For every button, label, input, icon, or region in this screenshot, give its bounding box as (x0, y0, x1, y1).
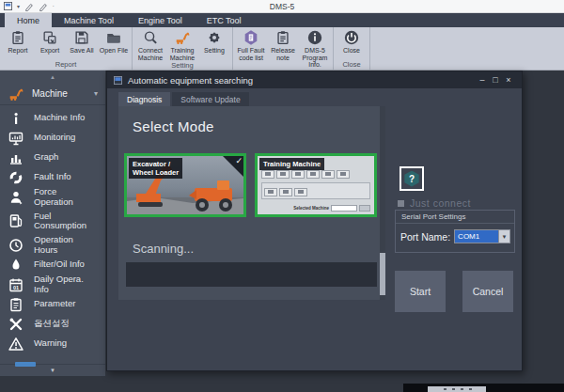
dialog-maximize-button[interactable]: □ (489, 71, 502, 88)
calendar-icon: 01 (8, 277, 24, 292)
mode-card-label: Excavator / Wheel Loader (129, 158, 182, 179)
magnifier-icon (142, 29, 159, 46)
mode-card-training-machine[interactable]: Selected Machine Training Machine (255, 153, 377, 217)
monitor-icon (8, 131, 24, 146)
sidebar-header-machine[interactable]: Machine ▾ (0, 83, 105, 105)
sidebar-item-force-operation[interactable]: Force Operation (0, 187, 105, 207)
full-fault-code-list-button[interactable]: Full Fault code list (235, 28, 267, 61)
scrollbar-thumb[interactable] (380, 253, 385, 295)
sidebar-item-fuel-consumption[interactable]: Fuel Consumption (0, 207, 105, 235)
scroll-up-icon: ▲ (50, 74, 55, 80)
info-circle-icon (306, 29, 323, 46)
panel-scrollbar[interactable] (380, 106, 385, 300)
training-machine-button[interactable]: Training Machine (166, 28, 198, 61)
svg-text:01: 01 (13, 284, 19, 290)
sidebar-header-label: Machine (32, 88, 94, 99)
ribbon-group-close: Close Close (334, 27, 370, 70)
mode-card-label: Training Machine (259, 158, 324, 170)
dialog-tabs: Diagnosis Software Update (118, 92, 249, 107)
warning-triangle-icon (8, 337, 24, 352)
partial-item-icon (15, 362, 36, 367)
person-icon (8, 190, 24, 205)
port-name-value: COM1 (455, 230, 498, 243)
note-clipboard-icon (274, 29, 291, 46)
excavator-icon (174, 29, 191, 46)
window-titlebar: ▾ ⋅ DMS-5 (0, 0, 564, 13)
dialog-title: Automatic equipment searching (128, 75, 476, 86)
ribbon-tab-etc-tool[interactable]: ETC Tool (195, 13, 254, 27)
sidebar-partial-item (0, 353, 105, 361)
release-note-button[interactable]: Release note (267, 28, 299, 61)
cancel-button[interactable]: Cancel (462, 271, 513, 312)
setting-button[interactable]: Setting (198, 28, 230, 55)
dialog-close-button[interactable]: × (502, 71, 515, 88)
sidebar-item-fault-info[interactable]: Fault Info (0, 167, 105, 187)
connect-machine-button[interactable]: Connect Machine (134, 28, 166, 61)
fault-code-hexagon-icon (243, 29, 259, 46)
port-name-label: Port Name: (400, 231, 450, 243)
help-button[interactable]: ? (400, 166, 424, 191)
sidebar-item-operation-hours[interactable]: Operation Hours (0, 235, 105, 255)
check-icon: ✓ (235, 156, 243, 165)
close-button[interactable]: Close (336, 28, 368, 55)
ribbon: Report Export Save All Open File Report … (0, 27, 564, 71)
background-window-handle (428, 386, 486, 392)
just-connect-option[interactable]: Just connect (398, 197, 471, 209)
select-mode-heading: Select Mode (133, 118, 214, 134)
ribbon-group-report: Report Export Save All Open File Report (0, 27, 133, 70)
start-button[interactable]: Start (395, 271, 446, 312)
mock-input (331, 205, 357, 212)
scroll-down-icon: ▼ (50, 368, 55, 373)
sidebar-scroll-up[interactable]: ▲ (0, 71, 105, 83)
mode-cards: Excavator / Wheel Loader ✓ (124, 153, 377, 217)
dialog-titlebar[interactable]: Automatic equipment searching – □ × (107, 71, 522, 88)
port-name-select[interactable]: COM1 ▼ (454, 229, 510, 243)
sidebar-item-warning[interactable]: Warning (0, 334, 105, 353)
gear-icon (206, 29, 223, 46)
floppy-icon (73, 29, 90, 46)
power-icon (343, 29, 360, 46)
tab-diagnosis[interactable]: Diagnosis (118, 92, 170, 107)
bar-chart-icon (8, 150, 24, 165)
dms5-program-info-button[interactable]: DMS-5 Program Info. (299, 28, 331, 69)
ribbon-tab-machine-tool[interactable]: Machine Tool (52, 13, 126, 27)
tab-software-update[interactable]: Software Update (172, 92, 248, 107)
sidebar-item-filter-oil-info[interactable]: Filter/Oil Info (0, 255, 105, 274)
open-file-button[interactable]: Open File (98, 28, 130, 55)
save-all-button[interactable]: Save All (66, 28, 98, 55)
sidebar-item-parameter[interactable]: Parameter (0, 294, 105, 314)
sidebar: ▲ Machine ▾ Machine Info Monitoring Grap… (0, 71, 105, 376)
just-connect-label: Just connect (410, 197, 471, 209)
sidebar-item-option-settings[interactable]: 옵션설정 (0, 314, 105, 334)
ribbon-group-setting: Connect Machine Training Machine Setting… (133, 27, 233, 70)
dialog-icon (114, 76, 122, 85)
ribbon-group-program-info: Full Fault code list Release note DMS-5 … (233, 27, 334, 70)
ribbon-tab-home[interactable]: Home (5, 13, 52, 27)
report-clipboard-icon (9, 29, 26, 46)
serial-port-settings-group: Serial Port Settings Port Name: COM1 ▼ (395, 210, 515, 253)
report-button[interactable]: Report (2, 28, 34, 55)
machine-excavator-icon (8, 86, 24, 102)
fault-icon (8, 170, 24, 185)
ribbon-tab-engine-tool[interactable]: Engine Tool (126, 13, 195, 27)
mode-card-excavator-wheel-loader[interactable]: Excavator / Wheel Loader ✓ (124, 153, 246, 217)
sidebar-item-monitoring[interactable]: Monitoring (0, 128, 105, 148)
sidebar-item-graph[interactable]: Graph (0, 148, 105, 167)
sidebar-header-caret-icon: ▾ (94, 89, 98, 98)
ribbon-group-label-setting: Setting (134, 61, 230, 70)
ribbon-group-label-report: Report (2, 60, 130, 70)
dialog-content-panel: Select Mode (118, 106, 385, 300)
ribbon-tabstrip: Home Machine Tool Engine Tool ETC Tool (0, 13, 564, 27)
sidebar-item-machine-info[interactable]: Machine Info (0, 108, 105, 128)
export-button[interactable]: Export (34, 28, 66, 55)
clock-icon (8, 238, 24, 253)
sidebar-item-daily-opera-info[interactable]: 01 Daily Opera. Info (0, 274, 105, 294)
sidebar-items: Machine Info Monitoring Graph Fault Info… (0, 105, 105, 364)
folder-icon (105, 29, 122, 46)
dialog-minimize-button[interactable]: – (476, 71, 489, 88)
combo-dropdown-icon[interactable]: ▼ (498, 230, 509, 243)
just-connect-checkbox[interactable] (398, 200, 404, 207)
scanning-status: Scanning... (133, 242, 194, 256)
fuel-pump-icon (8, 213, 24, 228)
mock-selected-machine-label: Selected Machine (293, 206, 329, 211)
